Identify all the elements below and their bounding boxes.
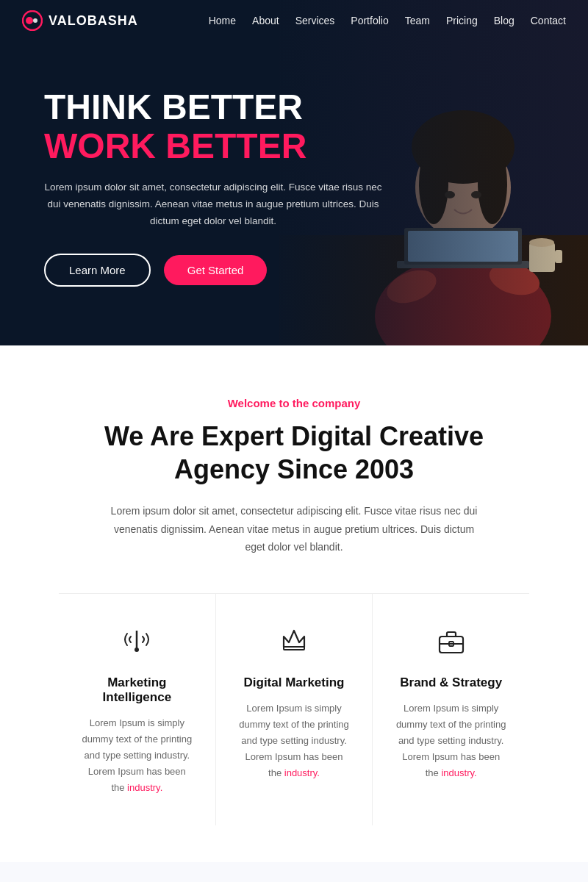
- get-started-button[interactable]: Get Started: [164, 255, 268, 285]
- service-link-marketing[interactable]: industry.: [127, 782, 162, 793]
- nav-blog[interactable]: Blog: [494, 15, 514, 26]
- about-subtitle: Welcome to the company: [59, 397, 529, 409]
- hero-subtitle: Lorem ipsum dolor sit amet, consectetur …: [44, 179, 382, 230]
- hero-title-white: THINK BETTER: [44, 87, 303, 126]
- service-title-digital: Digital Marketing: [238, 675, 351, 690]
- brand-name: VALOBASHA: [49, 13, 138, 29]
- service-link-digital[interactable]: industry.: [284, 767, 320, 778]
- hero-content: THINK BETTER WORK BETTER Lorem ipsum dol…: [0, 0, 588, 345]
- hero-section: VALOBASHA Home About Services Portfolio …: [0, 0, 588, 345]
- service-desc-brand: Lorem Ipsum is simply dummy text of the …: [395, 700, 507, 781]
- service-desc-digital: Lorem Ipsum is simply dummy text of the …: [238, 700, 351, 781]
- service-desc-marketing: Lorem Ipsum is simply dummy text of the …: [81, 715, 193, 796]
- nav-pricing[interactable]: Pricing: [446, 15, 478, 26]
- nav-home[interactable]: Home: [209, 15, 236, 26]
- about-section: Welcome to the company We Are Expert Dig…: [0, 345, 588, 862]
- logo[interactable]: VALOBASHA: [22, 10, 138, 31]
- nav-team[interactable]: Team: [405, 15, 430, 26]
- service-title-marketing: Marketing Intelligence: [81, 675, 193, 705]
- briefcase-icon: [395, 623, 507, 662]
- about-desc: Lorem ipsum dolor sit amet, consectetur …: [103, 502, 485, 556]
- service-card-marketing: Marketing Intelligence Lorem Ipsum is si…: [59, 594, 216, 825]
- service-card-digital: Digital Marketing Lorem Ipsum is simply …: [216, 594, 373, 825]
- crown-icon: [238, 623, 351, 662]
- nav-links: Home About Services Portfolio Team Prici…: [209, 14, 566, 27]
- hero-title-pink: WORK BETTER: [44, 126, 306, 165]
- svg-point-19: [26, 17, 33, 24]
- nav-about[interactable]: About: [252, 15, 279, 26]
- nav-services[interactable]: Services: [295, 15, 335, 26]
- nav-contact[interactable]: Contact: [531, 15, 566, 26]
- about-title: We Are Expert Digital Creative Agency Si…: [59, 420, 529, 486]
- service-link-brand[interactable]: industry.: [441, 767, 476, 778]
- features-section: Company features Take A Look The Feature…: [0, 862, 588, 882]
- services-grid: Marketing Intelligence Lorem Ipsum is si…: [59, 593, 529, 825]
- learn-more-button[interactable]: Learn More: [44, 254, 151, 287]
- hero-buttons: Learn More Get Started: [44, 254, 544, 287]
- svg-rect-23: [284, 647, 304, 650]
- svg-point-22: [135, 648, 139, 652]
- navbar: VALOBASHA Home About Services Portfolio …: [0, 0, 588, 41]
- svg-point-20: [33, 18, 37, 23]
- service-title-brand: Brand & Strategy: [395, 675, 507, 690]
- hero-title: THINK BETTER WORK BETTER: [44, 88, 544, 166]
- nav-portfolio[interactable]: Portfolio: [351, 15, 388, 26]
- signal-icon: [81, 623, 193, 662]
- service-card-brand: Brand & Strategy Lorem Ipsum is simply d…: [373, 594, 529, 825]
